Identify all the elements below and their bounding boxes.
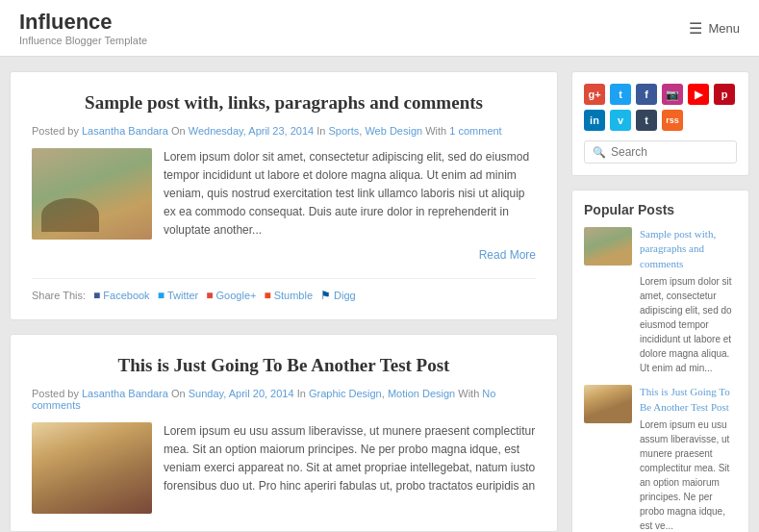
- post-title: Sample post with, links, paragraphs and …: [32, 91, 536, 115]
- thumbnail-image: [32, 148, 152, 240]
- twitter-icon: ■: [158, 289, 164, 302]
- post-meta: Posted by Lasantha Bandara On Wednesday,…: [32, 125, 536, 137]
- popular-item-content-1: Sample post with, paragraphs and comment…: [640, 227, 737, 375]
- tumblr-social-icon[interactable]: t: [636, 110, 657, 131]
- rss-social-icon[interactable]: rss: [662, 110, 683, 131]
- popular-item-content-2: This is Just Going To Be Another Test Po…: [640, 385, 737, 532]
- post-date-2[interactable]: Sunday, April 20, 2014: [189, 388, 294, 399]
- popular-posts-title: Popular Posts: [584, 202, 737, 217]
- sidebar: g+ t f 📷 ▶ p in v t rss 🔍 Popular Posts: [571, 71, 749, 532]
- post-category-sports[interactable]: Sports: [329, 125, 360, 137]
- post-excerpt-2: Lorem ipsum eu usu assum liberavisse, ut…: [164, 422, 536, 514]
- post-excerpt: Lorem ipsum dolor sit amet, consectetur …: [164, 148, 536, 265]
- on-label-2: On: [171, 388, 186, 399]
- popular-item-excerpt-2: Lorem ipsum eu usu assum liberavisse, ut…: [640, 418, 737, 532]
- site-branding: Influence Influence Blogger Template: [19, 10, 147, 46]
- youtube-social-icon[interactable]: ▶: [688, 84, 709, 105]
- post-author-2[interactable]: Lasantha Bandara: [82, 388, 168, 399]
- popular-thumb-2: [584, 385, 632, 423]
- search-input[interactable]: [611, 145, 728, 159]
- post-thumbnail: [32, 148, 152, 240]
- digg-share[interactable]: ⚑ Digg: [320, 289, 356, 302]
- googleplus-share[interactable]: ■ Google+: [206, 289, 256, 302]
- popular-thumb-1: [584, 227, 632, 266]
- instagram-social-icon[interactable]: 📷: [662, 84, 683, 105]
- post-date[interactable]: Wednesday, April 23, 2014: [189, 125, 314, 137]
- page-wrapper: Sample post with, links, paragraphs and …: [0, 57, 759, 532]
- share-bar: Share This: ■ Facebook ■ Twitter ■ Googl…: [32, 278, 536, 302]
- stumble-label: Stumble: [274, 290, 313, 301]
- search-icon: 🔍: [593, 146, 606, 159]
- search-box[interactable]: 🔍: [584, 140, 737, 164]
- in-label: In: [316, 125, 325, 137]
- read-more-link[interactable]: Read More: [164, 246, 536, 265]
- menu-button[interactable]: ☰ Menu: [689, 19, 740, 38]
- facebook-social-icon[interactable]: f: [636, 84, 657, 105]
- facebook-icon: ■: [93, 289, 100, 302]
- on-label: On: [171, 125, 186, 137]
- post-author[interactable]: Lasantha Bandara: [82, 125, 168, 137]
- site-subtitle: Influence Blogger Template: [19, 35, 147, 46]
- hamburger-icon: ☰: [689, 19, 702, 38]
- vimeo-social-icon[interactable]: v: [610, 110, 631, 131]
- posted-by-label: Posted by: [32, 125, 79, 137]
- facebook-share[interactable]: ■ Facebook: [93, 289, 150, 302]
- popular-thumb-img-2: [584, 385, 632, 423]
- post-category-motion[interactable]: Motion Design: [388, 388, 455, 399]
- in-label-2: In: [297, 388, 306, 399]
- post-card-2: This is Just Going To Be Another Test Po…: [10, 334, 558, 532]
- stumble-icon: ■: [264, 289, 270, 302]
- with-label: With: [425, 125, 446, 137]
- stumble-share[interactable]: ■ Stumble: [264, 289, 313, 302]
- twitter-share[interactable]: ■ Twitter: [158, 289, 199, 302]
- popular-thumb-img-1: [584, 227, 632, 266]
- main-content: Sample post with, links, paragraphs and …: [10, 71, 558, 532]
- popular-item-title-2[interactable]: This is Just Going To Be Another Test Po…: [640, 385, 737, 415]
- digg-icon: ⚑: [320, 289, 331, 302]
- site-title: Influence: [19, 10, 147, 35]
- sidebar-social-card: g+ t f 📷 ▶ p in v t rss 🔍: [571, 71, 749, 176]
- post-thumbnail-2: [32, 422, 152, 514]
- share-label: Share This:: [32, 290, 86, 301]
- excerpt-text: Lorem ipsum dolor sit amet, consectetur …: [164, 150, 529, 238]
- with-label-2: With: [458, 388, 479, 399]
- thumbnail-image-2: [32, 422, 152, 514]
- popular-posts-card: Popular Posts Sample post with, paragrap…: [571, 190, 749, 532]
- twitter-label: Twitter: [167, 290, 198, 301]
- digg-label: Digg: [334, 290, 356, 301]
- googleplus-label: Google+: [216, 290, 257, 301]
- posted-by-label-2: Posted by: [32, 388, 79, 399]
- googleplus-icon: ■: [206, 289, 213, 302]
- menu-label: Menu: [708, 21, 740, 36]
- post-category-webdesign[interactable]: Web Design: [365, 125, 422, 137]
- googleplus-social-icon[interactable]: g+: [584, 84, 605, 105]
- post-body: Lorem ipsum dolor sit amet, consectetur …: [32, 148, 536, 265]
- linkedin-social-icon[interactable]: in: [584, 110, 605, 131]
- post-body-2: Lorem ipsum eu usu assum liberavisse, ut…: [32, 422, 536, 514]
- site-header: Influence Influence Blogger Template ☰ M…: [0, 0, 759, 57]
- post-category-graphic[interactable]: Graphic Design: [309, 388, 382, 399]
- post-title-2: This is Just Going To Be Another Test Po…: [32, 354, 536, 378]
- popular-post-item-1: Sample post with, paragraphs and comment…: [584, 227, 737, 375]
- facebook-label: Facebook: [103, 290, 149, 301]
- post-card: Sample post with, links, paragraphs and …: [10, 71, 558, 320]
- post-meta-2: Posted by Lasantha Bandara On Sunday, Ap…: [32, 388, 536, 411]
- social-icons-list: g+ t f 📷 ▶ p in v t rss: [584, 84, 737, 131]
- popular-item-title-1[interactable]: Sample post with, paragraphs and comment…: [640, 227, 737, 271]
- twitter-social-icon[interactable]: t: [610, 84, 631, 105]
- post-comments[interactable]: 1 comment: [449, 125, 501, 137]
- pinterest-social-icon[interactable]: p: [714, 84, 735, 105]
- popular-post-item-2: This is Just Going To Be Another Test Po…: [584, 385, 737, 532]
- popular-item-excerpt-1: Lorem ipsum dolor sit amet, consectetur …: [640, 274, 737, 375]
